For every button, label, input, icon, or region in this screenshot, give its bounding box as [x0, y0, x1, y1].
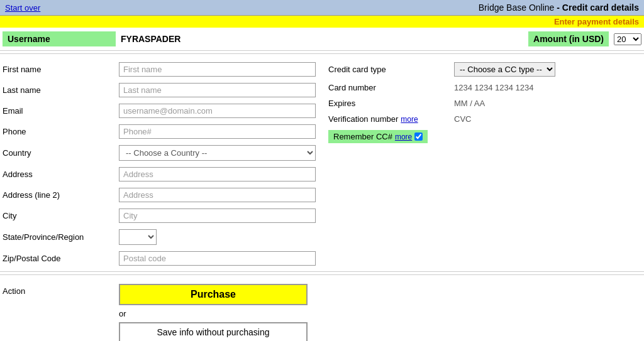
cc-type-label: Credit card type — [328, 65, 454, 74]
city-label: City — [3, 211, 119, 220]
address-row: Address — [3, 164, 316, 185]
email-label: Email — [3, 106, 119, 116]
zip-input[interactable] — [119, 251, 316, 266]
username-row: Username FYRASPADER Amount (in USD) 20 1… — [0, 28, 644, 51]
remember-checkbox[interactable] — [414, 133, 423, 141]
state-label: State/Province/Region — [3, 232, 119, 242]
country-label: Country — [3, 148, 119, 158]
state-select[interactable] — [119, 229, 157, 245]
address-label: Address — [3, 170, 119, 179]
verification-more-link[interactable]: more — [401, 115, 418, 124]
verification-label-container: Verification number more — [328, 114, 454, 124]
state-row: State/Province/Region — [3, 226, 316, 248]
remember-label: Remember CC# — [333, 132, 392, 141]
email-input[interactable] — [119, 104, 316, 118]
verification-value: CVC — [454, 114, 471, 124]
expires-row: Expires MM / AA — [328, 95, 641, 111]
zip-row: Zip/Postal Code — [3, 248, 316, 269]
zip-label: Zip/Postal Code — [3, 254, 119, 263]
sub-bar-text: Enter payment details — [554, 17, 639, 26]
phone-row: Phone — [3, 121, 316, 142]
address2-label: Address (line 2) — [3, 190, 119, 200]
page-title-container: Bridge Base Online - Credit card details — [479, 3, 639, 13]
start-over-link[interactable]: Start over — [5, 3, 40, 13]
action-buttons: Purchase or Save info without purchasing — [119, 284, 308, 341]
page-subtitle: - Credit card details — [554, 3, 639, 13]
email-row: Email — [3, 100, 316, 121]
amount-select[interactable]: 20 10 50 100 — [614, 33, 641, 45]
phone-input[interactable] — [119, 124, 316, 139]
first-name-input[interactable] — [119, 62, 316, 77]
first-name-label: First name — [3, 65, 119, 74]
cc-type-row: Credit card type -- Choose a CC type -- … — [328, 59, 641, 80]
username-label: Username — [3, 31, 116, 46]
verification-label: Verification number — [328, 114, 398, 124]
right-col: Credit card type -- Choose a CC type -- … — [322, 59, 641, 269]
remember-row: Remember CC# more — [328, 127, 641, 146]
main-form: First name Last name Email Phone Country… — [0, 57, 644, 272]
card-number-row: Card number 1234 1234 1234 1234 — [328, 80, 641, 95]
last-name-label: Last name — [3, 85, 119, 95]
top-bar: Start over Bridge Base Online - Credit c… — [0, 0, 644, 16]
address2-row: Address (line 2) — [3, 185, 316, 205]
card-number-label: Card number — [328, 83, 454, 92]
site-name: Bridge Base Online — [479, 3, 555, 13]
country-row: Country -- Choose a Country -- — [3, 142, 316, 164]
remember-label-bg: Remember CC# more — [328, 130, 428, 143]
card-number-value: 1234 1234 1234 1234 — [454, 83, 534, 92]
verification-row: Verification number more CVC — [328, 111, 641, 127]
save-button[interactable]: Save info without purchasing — [119, 322, 308, 341]
first-name-row: First name — [3, 59, 316, 80]
cc-type-select[interactable]: -- Choose a CC type -- Visa Mastercard A… — [454, 62, 555, 77]
purchase-button[interactable]: Purchase — [119, 284, 308, 305]
address-input[interactable] — [119, 167, 316, 181]
divider-top — [0, 53, 644, 54]
divider-bottom — [0, 274, 644, 275]
or-text: or — [119, 308, 308, 320]
city-row: City — [3, 205, 316, 226]
expires-label: Expires — [328, 99, 454, 108]
action-label: Action — [3, 284, 119, 296]
address2-input[interactable] — [119, 188, 316, 202]
action-section: Action Purchase or Save info without pur… — [0, 278, 644, 341]
remember-more-link[interactable]: more — [395, 133, 412, 141]
amount-section: Amount (in USD) 20 10 50 100 — [528, 31, 641, 46]
amount-label: Amount (in USD) — [528, 31, 609, 46]
last-name-row: Last name — [3, 80, 316, 100]
last-name-input[interactable] — [119, 83, 316, 97]
phone-label: Phone — [3, 127, 119, 136]
city-input[interactable] — [119, 208, 316, 223]
left-col: First name Last name Email Phone Country… — [3, 59, 322, 269]
username-value: FYRASPADER — [116, 34, 516, 44]
expires-value: MM / AA — [454, 99, 485, 108]
country-select[interactable]: -- Choose a Country -- — [119, 145, 316, 161]
sub-bar: Enter payment details — [0, 16, 644, 28]
